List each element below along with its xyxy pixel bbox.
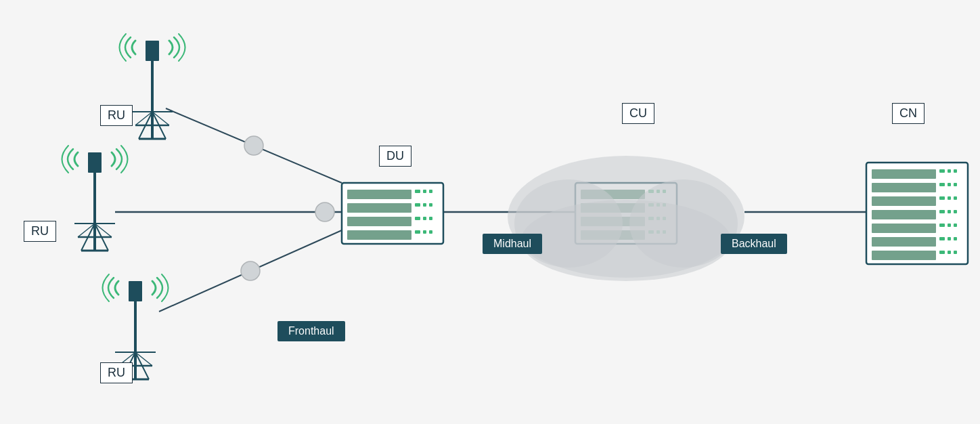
svg-rect-78: [872, 196, 936, 206]
svg-point-5: [244, 136, 263, 155]
svg-rect-94: [872, 251, 936, 260]
svg-rect-93: [954, 237, 957, 240]
midhaul-badge: Midhaul: [483, 234, 542, 254]
svg-rect-38: [423, 190, 426, 193]
svg-rect-39: [429, 190, 432, 193]
svg-rect-44: [347, 217, 411, 226]
svg-rect-79: [939, 196, 945, 200]
svg-point-6: [241, 261, 260, 280]
svg-rect-48: [347, 230, 411, 240]
ru2-label: RU: [24, 221, 56, 242]
svg-rect-96: [948, 251, 951, 254]
svg-rect-36: [347, 190, 411, 199]
svg-rect-49: [415, 230, 420, 234]
svg-rect-81: [954, 196, 957, 200]
fronthaul-badge: Fronthaul: [277, 321, 345, 341]
svg-point-7: [315, 203, 334, 221]
svg-rect-92: [948, 237, 951, 240]
svg-rect-72: [948, 169, 951, 173]
svg-rect-51: [429, 230, 432, 234]
svg-rect-45: [415, 217, 420, 220]
svg-rect-76: [948, 183, 951, 186]
network-diagram: RU RU RU DU CU CN Fronthaul Midhaul Back…: [0, 0, 980, 424]
cu-label: CU: [622, 103, 654, 124]
svg-rect-71: [939, 169, 945, 173]
ru3-label: RU: [100, 362, 133, 383]
svg-rect-83: [939, 210, 945, 213]
ru1-label: RU: [100, 105, 133, 126]
svg-rect-84: [948, 210, 951, 213]
du-label: DU: [379, 146, 411, 167]
svg-line-33: [135, 352, 152, 366]
svg-rect-85: [954, 210, 957, 213]
svg-line-15: [152, 112, 169, 125]
svg-rect-74: [872, 183, 936, 192]
svg-rect-77: [954, 183, 957, 186]
svg-rect-70: [872, 169, 936, 179]
svg-rect-87: [939, 224, 945, 227]
svg-rect-86: [872, 224, 936, 233]
svg-rect-75: [939, 183, 945, 186]
svg-rect-88: [948, 224, 951, 227]
svg-rect-50: [423, 230, 426, 234]
svg-rect-90: [872, 237, 936, 247]
backhaul-badge: Backhaul: [721, 234, 787, 254]
svg-rect-89: [954, 224, 957, 227]
svg-point-101: [521, 200, 731, 281]
svg-rect-91: [939, 237, 945, 240]
svg-rect-43: [429, 203, 432, 207]
svg-rect-25: [88, 152, 102, 173]
svg-line-24: [95, 224, 112, 237]
svg-rect-73: [954, 169, 957, 173]
svg-rect-82: [872, 210, 936, 219]
svg-rect-40: [347, 203, 411, 213]
svg-line-14: [135, 112, 152, 125]
svg-rect-47: [429, 217, 432, 220]
svg-rect-41: [415, 203, 420, 207]
svg-line-23: [78, 224, 95, 237]
cn-label: CN: [892, 103, 925, 124]
svg-rect-97: [954, 251, 957, 254]
svg-rect-46: [423, 217, 426, 220]
svg-rect-80: [948, 196, 951, 200]
svg-rect-42: [423, 203, 426, 207]
svg-rect-34: [129, 281, 142, 301]
svg-rect-16: [146, 41, 159, 61]
svg-rect-95: [939, 251, 945, 254]
svg-rect-37: [415, 190, 420, 193]
